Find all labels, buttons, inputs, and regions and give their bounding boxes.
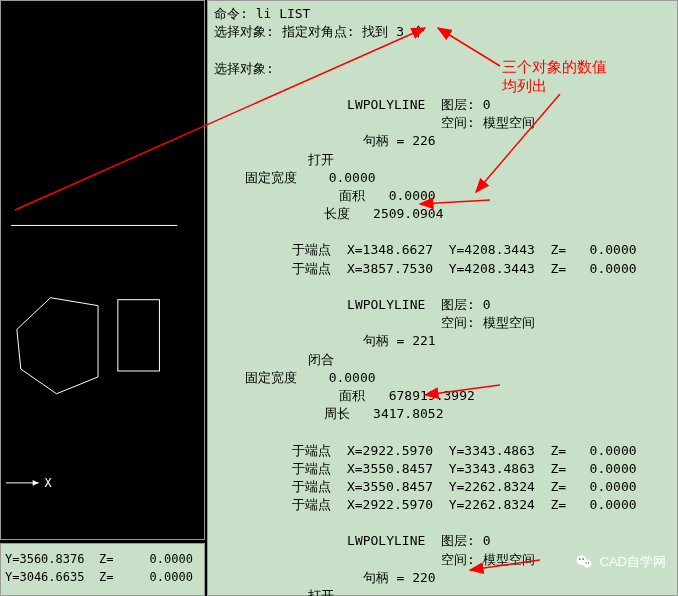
command-line: 命令: li LIST (214, 5, 671, 23)
coord-z1: Z= (99, 552, 113, 566)
svg-point-15 (582, 558, 584, 560)
coord-y2: Y=3046.6635 (5, 570, 84, 584)
svg-point-16 (585, 562, 586, 563)
coord-z2: Z= (99, 570, 113, 584)
command-output[interactable]: 命令: li LIST选择对象: 指定对角点: 找到 3 个 选择对象: LWP… (207, 0, 678, 596)
coord-y1: Y=3560.8376 (5, 552, 84, 566)
select-prompt: 选择对象: 指定对角点: 找到 3 个 (214, 23, 671, 41)
svg-point-13 (583, 560, 591, 568)
watermark-text: CAD自学网 (600, 553, 666, 571)
drawing-canvas[interactable]: X (0, 0, 205, 540)
svg-rect-2 (118, 300, 160, 371)
svg-point-17 (587, 562, 588, 563)
coordinates-readout: Y=3560.8376 Z= 0.0000 Y=3046.6635 Z= 0.0… (0, 543, 205, 596)
svg-marker-4 (33, 480, 39, 486)
coord-zval1: 0.0000 (150, 552, 193, 566)
svg-marker-1 (17, 298, 98, 394)
axis-x-label: X (45, 476, 53, 490)
svg-point-14 (579, 558, 581, 560)
annotation-note: 三个对象的数值 均列出 (502, 58, 607, 96)
watermark: CAD自学网 (574, 552, 666, 572)
cad-viewport: X (1, 1, 204, 539)
wechat-icon (574, 552, 594, 572)
coord-zval2: 0.0000 (150, 570, 193, 584)
